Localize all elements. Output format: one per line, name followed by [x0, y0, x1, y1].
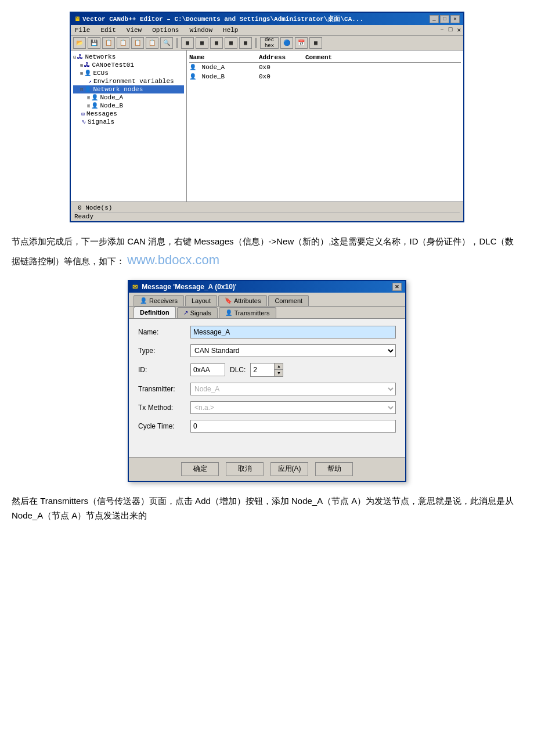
- msg-tabs-row2: Definition ↗ Signals 👤 Transmitters: [129, 307, 405, 319]
- tree-nodeb-label: Node_B: [100, 102, 123, 109]
- txmethod-select[interactable]: <n.a.>: [190, 401, 396, 414]
- window-restore-icon[interactable]: □: [449, 26, 453, 34]
- toolbar-save[interactable]: 💾: [88, 37, 100, 49]
- nodes-icon: 👤: [84, 86, 91, 93]
- toolbar-copy1[interactable]: 📋: [102, 37, 115, 49]
- help-button[interactable]: 帮助: [315, 462, 353, 476]
- toolbar-grid4[interactable]: ▦: [225, 37, 237, 49]
- msg-titlebar: ✉ Message 'Message_A (0x10)' ✕: [129, 281, 405, 293]
- name-input[interactable]: [190, 326, 396, 339]
- tab-attributes[interactable]: 🔖 Attributes: [218, 295, 267, 306]
- expand-nodea: ⊞: [87, 95, 90, 101]
- transmitter-select[interactable]: Node_A: [190, 383, 396, 395]
- tab-definition[interactable]: Definition: [134, 307, 176, 318]
- toolbar-grid1[interactable]: ▦: [181, 37, 194, 49]
- toolbar-blue-circle[interactable]: 🔵: [280, 37, 293, 49]
- form-row-type: Type: CAN Standard CAN Extended LIN J193…: [138, 344, 396, 357]
- type-label: Type:: [138, 347, 190, 355]
- menu-edit[interactable]: Edit: [99, 26, 117, 34]
- id-input[interactable]: [190, 363, 225, 376]
- cycletime-label: Cycle Time:: [138, 422, 190, 430]
- expand-nodes: ⊟: [80, 87, 83, 93]
- nodea-icon: 👤: [91, 94, 98, 101]
- msg-title: Message 'Message_A (0x10)': [142, 283, 236, 291]
- ok-button[interactable]: 确定: [181, 462, 219, 476]
- toolbar-grid6[interactable]: ▦: [309, 37, 322, 49]
- window-close-icon[interactable]: ✕: [457, 26, 461, 34]
- table-row: 👤 Node_B 0x0: [189, 72, 461, 81]
- apply-button[interactable]: 应用(A): [270, 462, 308, 476]
- toolbar-copy4[interactable]: 📋: [146, 37, 158, 49]
- expand-networks: ⊟: [73, 54, 76, 60]
- tree-signals[interactable]: ∿ Signals: [73, 118, 184, 126]
- dlc-arrows: ▲ ▼: [274, 363, 283, 376]
- tab-layout[interactable]: Layout: [185, 295, 217, 306]
- bottom-paragraph: 然后在 Transmitters（信号传送器）页面，点击 Add（增加）按钮，添…: [12, 494, 522, 523]
- tree-node-b[interactable]: ⊞ 👤 Node_B: [73, 102, 184, 110]
- row-name-nodea: 👤 Node_A: [189, 64, 259, 71]
- tab-comment[interactable]: Comment: [268, 295, 309, 306]
- toolbar-grid3[interactable]: ▦: [210, 37, 223, 49]
- form-row-transmitter: Transmitter: Node_A: [138, 383, 396, 395]
- paragraph-1: 节点添加完成后，下一步添加 CAN 消息，右键 Messages（信息）->Ne…: [12, 234, 522, 271]
- cycletime-input[interactable]: [190, 420, 396, 433]
- form-row-cycletime: Cycle Time:: [138, 420, 396, 433]
- name-label: Name:: [138, 328, 190, 336]
- form-spacer: [138, 438, 396, 450]
- tab-transmitters[interactable]: 👤 Transmitters: [219, 307, 276, 318]
- candb-title: Vector CANdb++ Editor – C:\Documents and…: [82, 15, 363, 23]
- toolbar-grid2[interactable]: ▦: [196, 37, 208, 49]
- tab-layout-label: Layout: [192, 297, 211, 304]
- expand-ecus: ⊞: [80, 70, 83, 77]
- row-name-nodeb: 👤 Node_B: [189, 73, 259, 80]
- header-comment: Comment: [305, 54, 461, 61]
- nodeb-icon: 👤: [91, 102, 98, 109]
- msg-close-button[interactable]: ✕: [392, 283, 402, 291]
- tree-canoetest01[interactable]: ⊞ 🖧 CANoeTest01: [73, 61, 184, 69]
- tree-messages[interactable]: ✉ Messages: [73, 110, 184, 118]
- env-icon: ↗: [88, 78, 92, 85]
- toolbar-calendar[interactable]: 📅: [295, 37, 308, 49]
- toolbar-grid5[interactable]: ▦: [239, 37, 252, 49]
- toolbar-search[interactable]: 🔍: [160, 37, 173, 49]
- tab-receivers[interactable]: 👤 Receivers: [134, 295, 184, 306]
- minimize-button[interactable]: _: [430, 15, 439, 23]
- dlc-input[interactable]: [251, 363, 274, 376]
- tab-definition-label: Definition: [140, 309, 169, 316]
- node-a-row-icon: 👤: [189, 64, 196, 71]
- cancel-button[interactable]: 取消: [226, 462, 264, 476]
- menu-file[interactable]: File: [73, 26, 92, 34]
- menu-options[interactable]: Options: [150, 26, 181, 34]
- table-header: Name Address Comment: [189, 53, 461, 63]
- signals-tab-icon: ↗: [183, 309, 188, 316]
- tree-node-a[interactable]: ⊞ 👤 Node_A: [73, 93, 184, 102]
- tab-signals[interactable]: ↗ Signals: [177, 307, 218, 318]
- menu-view[interactable]: View: [125, 26, 143, 34]
- menu-help[interactable]: Help: [221, 26, 240, 34]
- messages-icon: ✉: [81, 110, 85, 117]
- tree-ecus[interactable]: ⊞ 👤 ECUs: [73, 69, 184, 77]
- tree-networks-label: Networks: [85, 53, 116, 60]
- toolbar-sep2: [255, 38, 257, 48]
- tree-signals-label: Signals: [88, 118, 114, 125]
- tree-env-vars[interactable]: ↗ Environment variables: [73, 77, 184, 85]
- close-button[interactable]: ✕: [450, 15, 460, 23]
- type-select[interactable]: CAN Standard CAN Extended LIN J1939: [190, 344, 396, 357]
- titlebar-buttons: _ □ ✕: [430, 15, 460, 23]
- candb-editor-window: 🖥 Vector CANdb++ Editor – C:\Documents a…: [70, 12, 464, 222]
- toolbar-copy3[interactable]: 📋: [131, 37, 144, 49]
- msg-body: Name: Type: CAN Standard CAN Extended LI…: [129, 319, 405, 457]
- tree-network-nodes[interactable]: ⊟ 👤 Network nodes: [73, 85, 184, 93]
- toolbar-dec-hex[interactable]: dechex: [260, 37, 279, 49]
- toolbar-copy2[interactable]: 📋: [117, 37, 129, 49]
- tree-networks[interactable]: ⊟ 🖧 Networks: [73, 53, 184, 61]
- dlc-up-button[interactable]: ▲: [275, 363, 283, 370]
- menu-window[interactable]: Window: [187, 26, 214, 34]
- window-minimize-icon[interactable]: –: [440, 26, 444, 34]
- toolbar-open[interactable]: 📂: [73, 37, 86, 49]
- toolbar-sep1: [176, 38, 178, 48]
- paragraph2-text: 然后在 Transmitters（信号传送器）页面，点击 Add（增加）按钮，添…: [12, 496, 514, 521]
- id-dlc-group: DLC: ▲ ▼: [190, 363, 396, 377]
- dlc-down-button[interactable]: ▼: [275, 370, 283, 376]
- maximize-button[interactable]: □: [440, 15, 449, 23]
